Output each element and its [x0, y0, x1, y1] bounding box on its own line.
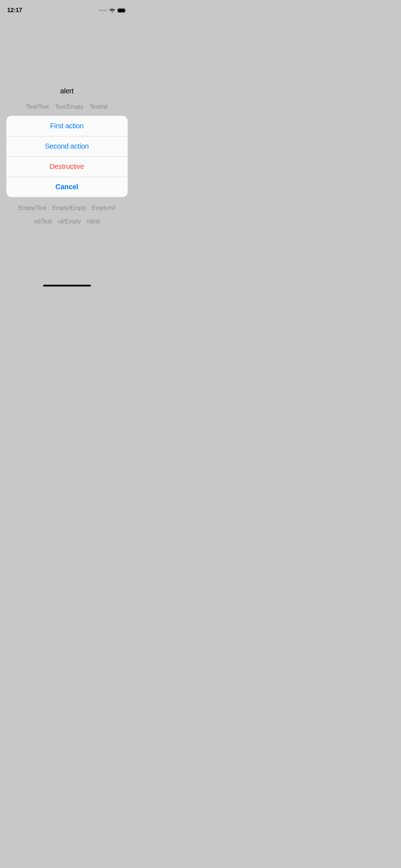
- label-nil-nil: nil/nil: [87, 218, 99, 225]
- label-nil-empty: nil/Empty: [57, 218, 81, 225]
- wifi-icon: [109, 8, 115, 12]
- action-sheet: First action Second action Destructive C…: [6, 116, 128, 197]
- destructive-action-button[interactable]: Destructive: [6, 156, 128, 177]
- home-indicator: [43, 285, 91, 286]
- top-label-row: Text/Text Text/Empty Text/nil: [26, 104, 107, 110]
- bottom-label-row-2: nil/Text nil/Empty nil/nil: [34, 218, 99, 225]
- label-text-text: Text/Text: [26, 104, 48, 110]
- second-action-button[interactable]: Second action: [6, 136, 128, 156]
- status-icons: [99, 8, 127, 13]
- label-text-empty: Text/Empty: [55, 104, 83, 110]
- status-bar: 12:17: [0, 0, 134, 16]
- label-empty-nil: Empty/nil: [92, 205, 115, 211]
- label-empty-text: Empty/Text: [18, 205, 46, 211]
- label-empty-empty: Empty/Empty: [52, 205, 86, 211]
- status-time: 12:17: [7, 7, 22, 14]
- battery-icon: [117, 8, 127, 13]
- signal-icon: [99, 10, 107, 11]
- main-content: alert Text/Text Text/Empty Text/nil Firs…: [0, 16, 134, 225]
- label-nil-text: nil/Text: [34, 218, 52, 225]
- bottom-label-row-1: Empty/Text Empty/Empty Empty/nil: [18, 205, 115, 211]
- alert-title: alert: [60, 87, 73, 95]
- svg-rect-1: [118, 9, 125, 12]
- first-action-button[interactable]: First action: [6, 116, 128, 136]
- label-text-nil: Text/nil: [90, 104, 108, 110]
- bottom-labels-section: Empty/Text Empty/Empty Empty/nil nil/Tex…: [18, 205, 115, 225]
- cancel-action-button[interactable]: Cancel: [6, 177, 128, 197]
